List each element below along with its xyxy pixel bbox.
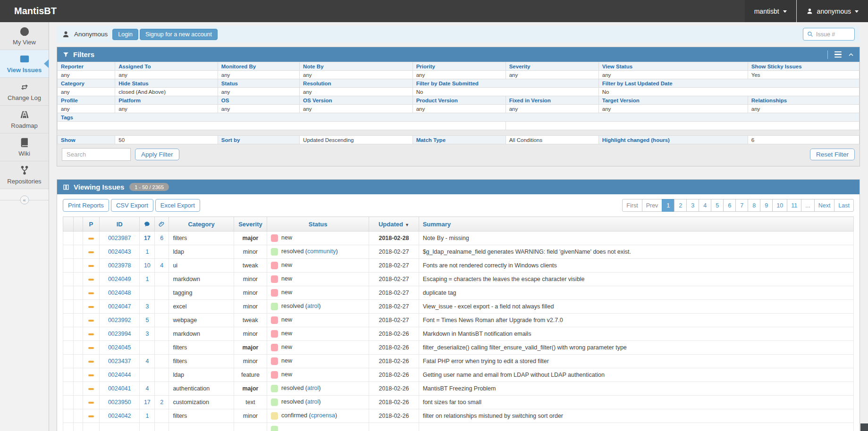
filter-search-input[interactable]	[62, 148, 131, 161]
note-count-link[interactable]: 3	[145, 331, 149, 337]
issue-id-link[interactable]: 0024041	[108, 385, 131, 392]
excel-export-button[interactable]: Excel Export	[155, 199, 200, 212]
note-count-link[interactable]: 10	[144, 262, 151, 269]
handler-link[interactable]: atrol	[307, 385, 319, 391]
scroll-top-button[interactable]	[860, 423, 868, 431]
note-count-link[interactable]: 17	[144, 235, 151, 241]
page-button-1[interactable]: 1	[662, 199, 674, 212]
issue-id-link[interactable]: 0024048	[108, 290, 131, 296]
filter-field-label[interactable]: Note By	[300, 62, 413, 71]
handler-link[interactable]: atrol	[307, 303, 319, 309]
filter-field-label[interactable]: Fixed in Version	[506, 96, 598, 105]
note-icon[interactable]	[140, 217, 155, 232]
issue-id-link[interactable]: 0024042	[108, 413, 131, 419]
filter-field-label[interactable]: Target Version	[598, 96, 748, 105]
issue-id-link[interactable]: 0023992	[108, 317, 131, 323]
column-header-status[interactable]: Status	[267, 217, 369, 232]
note-count-link[interactable]: 1	[145, 276, 149, 282]
filter-field-label[interactable]: Profile	[58, 96, 115, 105]
filter-field-label[interactable]: OS Version	[300, 96, 413, 105]
handler-link[interactable]: cproensa	[311, 412, 335, 419]
filter-field-label[interactable]: View Status	[598, 62, 748, 71]
filter-field-label[interactable]: Show Sticky Issues	[748, 62, 859, 71]
attachment-icon[interactable]	[155, 217, 169, 232]
page-button-4[interactable]: 4	[699, 199, 711, 212]
filter-field-label[interactable]: Filter by Last Updated Date	[598, 79, 859, 88]
page-button-6[interactable]: 6	[723, 199, 736, 212]
issue-id-link[interactable]: 0024049	[108, 276, 131, 282]
login-button[interactable]: Login	[112, 29, 138, 40]
page-button-10[interactable]: 10	[772, 199, 787, 212]
project-dropdown[interactable]: mantisbt	[745, 0, 796, 22]
filter-field-label[interactable]: Resolution	[300, 79, 413, 88]
sidebar-item-my-view[interactable]: My View	[0, 22, 49, 50]
issue-id-link[interactable]: 0023994	[108, 331, 131, 337]
filter-field-label[interactable]: Reporter	[58, 62, 115, 71]
handler-link[interactable]: community	[307, 248, 336, 255]
filter-field-label[interactable]: Highlight changed (hours)	[598, 136, 748, 144]
filter-field-label[interactable]: Filter by Date Submitted	[413, 79, 598, 88]
sidebar-collapse-button[interactable]: «	[20, 196, 29, 205]
handler-link[interactable]: atrol	[307, 398, 319, 405]
sidebar-item-change-log[interactable]: Change Log	[0, 78, 49, 106]
issue-id-link[interactable]: 0024044	[108, 372, 131, 378]
attachment-count-link[interactable]: 6	[160, 235, 163, 241]
issue-id-link[interactable]: 0023950	[108, 399, 131, 406]
signup-button[interactable]: Signup for a new account	[140, 29, 218, 40]
column-header-severity[interactable]: Severity	[234, 217, 267, 232]
attachment-count-link[interactable]: 2	[160, 399, 163, 406]
column-header-id[interactable]: ID	[100, 217, 140, 232]
page-button-9[interactable]: 9	[760, 199, 773, 212]
issue-number-input[interactable]	[816, 31, 849, 38]
csv-export-button[interactable]: CSV Export	[111, 199, 153, 212]
column-header-summary[interactable]: Summary	[419, 217, 853, 232]
collapse-panel-icon[interactable]	[848, 52, 854, 58]
sidebar-item-roadmap[interactable]: Roadmap	[0, 106, 49, 133]
issue-id-link[interactable]: 0024047	[108, 303, 131, 310]
issue-id-link[interactable]: 0023978	[108, 262, 131, 269]
page-button-2[interactable]: 2	[674, 199, 687, 212]
note-count-link[interactable]: 1	[145, 413, 149, 419]
page-button-11[interactable]: 11	[787, 199, 801, 212]
filter-field-label[interactable]: Match Type	[413, 136, 506, 144]
filter-field-label[interactable]: Show	[58, 136, 115, 144]
filter-field-label[interactable]: Status	[218, 79, 299, 88]
sidebar-item-view-issues[interactable]: View Issues	[0, 50, 49, 78]
filter-field-label[interactable]: Assigned To	[115, 62, 218, 71]
filter-field-label[interactable]: Category	[58, 79, 115, 88]
page-button-5[interactable]: 5	[711, 199, 724, 212]
note-count-link[interactable]: 3	[145, 303, 149, 310]
page-button-next[interactable]: Next	[814, 199, 835, 212]
page-button-7[interactable]: 7	[735, 199, 748, 212]
filter-field-label[interactable]: Product Version	[413, 96, 506, 105]
note-count-link[interactable]: 4	[145, 358, 149, 365]
note-count-link[interactable]: 1	[145, 249, 149, 255]
issue-id-link[interactable]: 0024045	[108, 344, 131, 351]
page-button-3[interactable]: 3	[686, 199, 699, 212]
filter-field-label[interactable]: Relationships	[748, 96, 859, 105]
page-button-8[interactable]: 8	[748, 199, 760, 212]
filter-field-label[interactable]: Monitored By	[218, 62, 299, 71]
page-button-last[interactable]: Last	[834, 199, 854, 212]
issue-id-link[interactable]: 0023987	[108, 235, 131, 241]
sidebar-item-wiki[interactable]: Wiki	[0, 133, 49, 161]
filter-field-label[interactable]: Platform	[115, 96, 218, 105]
print-reports-button[interactable]: Print Reports	[63, 199, 109, 212]
filter-field-label[interactable]: Priority	[413, 62, 506, 71]
user-dropdown[interactable]: anonymous	[797, 0, 868, 22]
apply-filter-button[interactable]: Apply Filter	[135, 149, 179, 160]
reset-filter-button[interactable]: Reset Filter	[810, 149, 855, 160]
filter-field-label[interactable]: Sort by	[218, 136, 299, 144]
filter-field-label[interactable]: Severity	[506, 62, 598, 71]
note-count-link[interactable]: 4	[145, 385, 149, 392]
attachment-count-link[interactable]: 4	[160, 262, 163, 269]
column-header-p[interactable]: P	[83, 217, 99, 232]
issue-id-link[interactable]: 0023437	[108, 358, 131, 365]
filter-field-label[interactable]: Hide Status	[115, 79, 218, 88]
filter-field-label[interactable]: OS	[218, 96, 299, 105]
issue-id-link[interactable]: 0024043	[108, 249, 131, 255]
filters-menu-icon[interactable]	[834, 51, 842, 58]
filter-field-label[interactable]: Tags	[58, 113, 860, 122]
column-header-category[interactable]: Category	[169, 217, 234, 232]
column-header-updated[interactable]: Updated▼	[369, 217, 419, 232]
